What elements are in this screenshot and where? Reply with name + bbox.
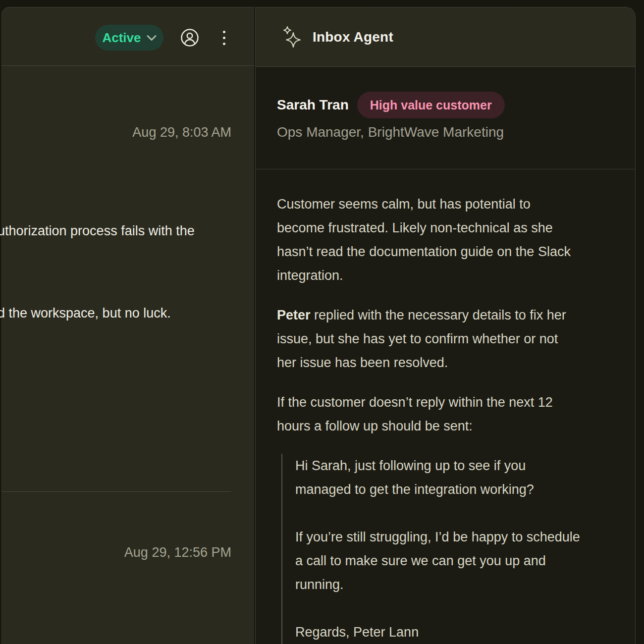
customer-summary: Sarah Tran High value customer Ops Manag… (256, 67, 635, 169)
overflow-menu-button[interactable] (216, 27, 231, 49)
insight-paragraph: Customer seems calm, but has potential t… (277, 192, 609, 287)
customer-name-row: Sarah Tran High value customer (277, 92, 609, 118)
message-divider (1, 491, 231, 492)
message-timestamp: Aug 29, 8:03 AM (132, 125, 231, 140)
message-text-line: d the workspace, but no luck. (0, 306, 171, 321)
conversation-toolbar: Active (1, 7, 254, 66)
insight-paragraph: If the customer doesn’t reply within the… (277, 390, 609, 438)
conversation-panel: Active (1, 7, 254, 644)
insight-paragraph: Peter replied with the necessary details… (277, 303, 609, 375)
sparkles-icon (281, 26, 302, 49)
user-circle-icon (180, 28, 199, 47)
followup-paragraph: Hi Sarah, just following up to see if yo… (295, 454, 609, 501)
status-dropdown[interactable]: Active (95, 25, 163, 51)
panel-title: Inbox Agent (313, 29, 393, 45)
customer-value-badge: High value customer (357, 92, 505, 118)
suggested-followup-quote: Hi Sarah, just following up to see if yo… (281, 454, 609, 644)
chevron-down-icon (147, 35, 157, 41)
inbox-agent-panel: Inbox Agent Sarah Tran High value custom… (255, 7, 636, 644)
insight-text: replied with the necessary details to fi… (277, 308, 566, 370)
status-dropdown-label: Active (102, 30, 141, 46)
assignee-button[interactable] (179, 27, 201, 49)
customer-role: Ops Manager, BrightWave Marketing (277, 124, 609, 140)
followup-signature: Regards, Peter Lann (295, 620, 609, 644)
message-text-line: uthorization process fails with the (0, 223, 195, 239)
agent-insights: Customer seems calm, but has potential t… (256, 169, 635, 644)
insight-bold-lead: Peter (277, 308, 311, 322)
agent-header: Inbox Agent (256, 7, 635, 67)
customer-name: Sarah Tran (277, 97, 349, 113)
followup-paragraph: If you’re still struggling, I’d be happy… (295, 525, 609, 596)
message-timestamp: Aug 29, 12:56 PM (124, 545, 231, 560)
